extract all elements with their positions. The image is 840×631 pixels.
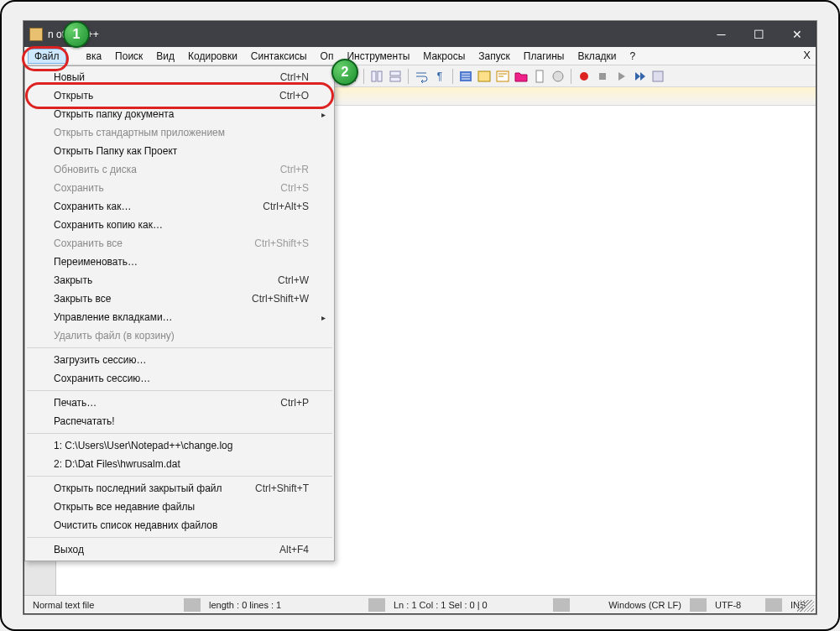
menu-item-17[interactable]: Сохранить сессию…: [25, 369, 334, 388]
function-list-icon[interactable]: [494, 68, 511, 85]
menu-item-19[interactable]: Печать…Ctrl+P: [25, 394, 334, 412]
window-minimize-button[interactable]: ─: [702, 22, 740, 47]
menu-item-shortcut: Ctrl+P: [280, 397, 309, 409]
menu-view[interactable]: Вид: [149, 49, 181, 64]
menu-item-4[interactable]: Открыть Папку как Проект: [25, 142, 334, 160]
stop-macro-icon[interactable]: [594, 68, 611, 85]
menu-edit[interactable]: вка: [80, 49, 109, 64]
menu-item-shortcut: Ctrl+Alt+S: [263, 201, 309, 212]
resize-grip-icon[interactable]: [797, 600, 814, 612]
menu-item-16[interactable]: Загрузить сессию…: [25, 351, 334, 369]
save-macro-icon[interactable]: [650, 68, 666, 85]
menu-file[interactable]: Файл: [28, 49, 66, 64]
menu-item-label: Сохранить: [54, 182, 280, 194]
window-close-button[interactable]: ✕: [778, 22, 816, 47]
lang-format-icon[interactable]: [476, 68, 493, 85]
menu-item-12[interactable]: Закрыть всеCtrl+Shift+W: [25, 289, 334, 308]
menu-item-label: Управление вкладками…: [54, 311, 309, 323]
menu-item-3: Открыть стандартным приложением: [25, 123, 334, 142]
svg-rect-25: [536, 70, 543, 82]
menu-item-29[interactable]: ВыходAlt+F4: [25, 540, 334, 559]
menu-item-label: Переименовать…: [54, 256, 309, 268]
menu-item-11[interactable]: ЗакрытьCtrl+W: [25, 271, 334, 289]
menu-syntax[interactable]: Синтаксисы: [244, 49, 314, 64]
menu-plugins[interactable]: Плагины: [517, 49, 571, 64]
svg-rect-20: [390, 71, 400, 76]
status-encoding: UTF-8: [707, 600, 765, 610]
annotation-badge-1: 1: [63, 21, 90, 48]
menu-encoding[interactable]: Кодировки: [181, 49, 244, 64]
menu-item-label: Открыть папку документа: [54, 108, 309, 120]
sync-v-icon[interactable]: [368, 68, 385, 85]
svg-rect-23: [478, 71, 490, 81]
menu-item-label: Печать…: [54, 397, 280, 409]
menu-item-label: Обновить с диска: [54, 164, 280, 175]
tab-close-x[interactable]: X: [803, 49, 811, 61]
menu-item-label: Сохранить сессию…: [54, 373, 309, 384]
menu-item-1[interactable]: ОткрытьCtrl+O: [25, 86, 334, 105]
menu-item-label: Закрыть: [54, 274, 278, 286]
menu-item-label: 2: D:\Dat Files\hwrusalm.dat: [54, 458, 309, 470]
doc-list-icon[interactable]: [550, 68, 566, 85]
menu-item-shortcut: Ctrl+Shift+S: [254, 237, 309, 249]
menu-item-8[interactable]: Сохранить копию как…: [25, 216, 334, 234]
svg-rect-29: [653, 71, 663, 81]
menu-macros[interactable]: Макросы: [416, 49, 472, 64]
menu-item-label: Сохранить все: [54, 237, 254, 249]
show-all-chars-icon[interactable]: ¶: [431, 68, 448, 85]
menu-item-label: Открыть: [54, 90, 279, 102]
doc-map-icon[interactable]: [531, 68, 548, 85]
menu-item-6: СохранитьCtrl+S: [25, 179, 334, 197]
svg-point-26: [553, 71, 563, 81]
menu-item-shortcut: Ctrl+S: [280, 182, 309, 194]
play-multi-icon[interactable]: [631, 68, 648, 85]
menu-item-label: Открыть последний закрытый файл: [54, 482, 255, 494]
menu-run[interactable]: Запуск: [472, 49, 517, 64]
menu-item-label: Сохранить копию как…: [54, 219, 309, 231]
play-macro-icon[interactable]: [613, 68, 629, 85]
status-length: length : 0 lines : 1: [201, 600, 368, 610]
menu-item-label: Распечатать!: [54, 415, 309, 427]
indent-guide-icon[interactable]: [457, 68, 474, 85]
app-icon: [29, 28, 43, 41]
menu-item-20[interactable]: Распечатать!: [25, 412, 334, 430]
menu-item-9: Сохранить всеCtrl+Shift+S: [25, 234, 334, 253]
statusbar: Normal text file length : 0 lines : 1 Ln…: [24, 595, 816, 613]
menu-item-label: Выход: [54, 544, 279, 555]
folder-workspace-icon[interactable]: [513, 68, 530, 85]
menu-item-0[interactable]: НовыйCtrl+N: [25, 68, 334, 86]
menu-item-label: Удалить файл (в корзину): [54, 330, 309, 342]
menu-item-5: Обновить с дискаCtrl+R: [25, 160, 334, 179]
menu-item-shortcut: Alt+F4: [279, 544, 309, 555]
submenu-arrow-icon: ▸: [321, 313, 326, 322]
menu-item-2[interactable]: Открыть папку документа▸: [25, 105, 334, 123]
menu-item-shortcut: Ctrl+W: [278, 274, 309, 286]
menu-item-7[interactable]: Сохранить как…Ctrl+Alt+S: [25, 197, 334, 216]
record-macro-icon[interactable]: [576, 68, 592, 85]
menu-tabs[interactable]: Вкладки: [571, 49, 623, 64]
menu-item-label: Загрузить сессию…: [54, 354, 309, 366]
menu-item-22[interactable]: 1: C:\Users\User\Notepad++\change.log: [25, 436, 334, 455]
menu-item-13[interactable]: Управление вкладками…▸: [25, 308, 334, 326]
menu-item-label: Новый: [54, 71, 280, 83]
menu-item-23[interactable]: 2: D:\Dat Files\hwrusalm.dat: [25, 455, 334, 473]
menu-search[interactable]: Поиск: [108, 49, 149, 64]
menu-item-26[interactable]: Открыть все недавние файлы: [25, 498, 334, 516]
menu-item-10[interactable]: Переименовать…: [25, 253, 334, 271]
menu-item-label: Открыть стандартным приложением: [54, 127, 309, 138]
annotation-badge-2: 2: [331, 59, 358, 86]
menu-item-shortcut: Ctrl+Shift+T: [255, 482, 309, 494]
sync-h-icon[interactable]: [387, 68, 404, 85]
menu-help[interactable]: ?: [623, 49, 643, 64]
status-position: Ln : 1 Col : 1 Sel : 0 | 0: [385, 600, 553, 610]
wordwrap-icon[interactable]: [413, 68, 430, 85]
menu-item-shortcut: Ctrl+R: [280, 164, 309, 175]
menu-item-shortcut: Ctrl+O: [279, 90, 309, 102]
svg-rect-28: [599, 73, 606, 80]
svg-rect-21: [390, 77, 400, 81]
menu-item-shortcut: Ctrl+N: [280, 71, 309, 83]
menu-item-25[interactable]: Открыть последний закрытый файлCtrl+Shif…: [25, 479, 334, 498]
menu-item-14: Удалить файл (в корзину): [25, 326, 334, 345]
menu-item-27[interactable]: Очистить список недавних файлов: [25, 516, 334, 535]
window-maximize-button[interactable]: ☐: [740, 22, 778, 47]
